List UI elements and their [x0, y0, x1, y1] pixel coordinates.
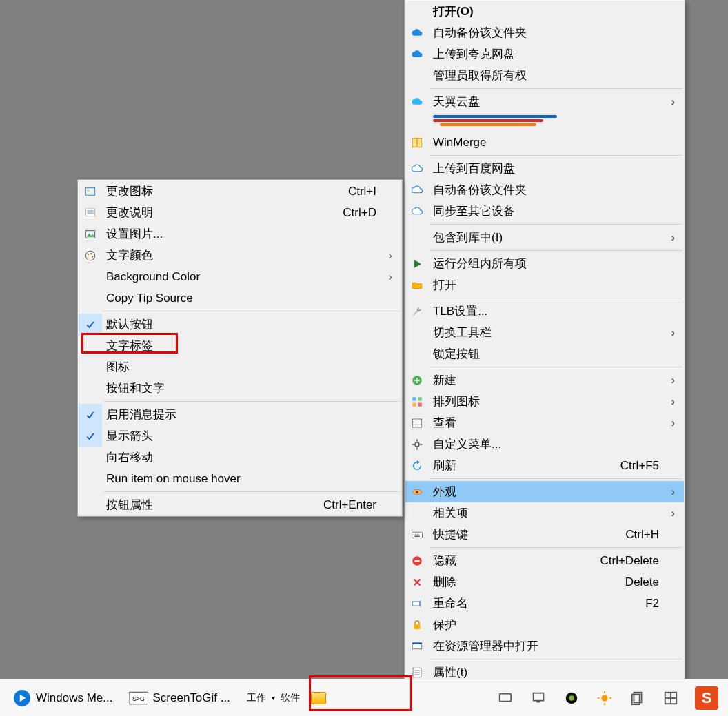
menu-item[interactable]: 删除Delete: [405, 571, 684, 593]
menu-item[interactable]: 天翼云盘›: [405, 91, 684, 112]
system-tray: S: [496, 686, 722, 710]
menu-item-label: 图标: [102, 359, 383, 375]
menu-item[interactable]: 上传到夸克网盘: [405, 43, 684, 65]
svg-rect-55: [534, 693, 544, 700]
menu-item[interactable]: Copy Tip Source: [79, 287, 401, 309]
submenu-arrow-icon: ›: [666, 231, 680, 245]
submenu-arrow-icon: ›: [383, 249, 397, 263]
menu-item[interactable]: WinMerge: [405, 132, 684, 153]
winmerge-icon: [405, 136, 429, 150]
tray-icon-6[interactable]: [662, 689, 680, 707]
check-icon: [79, 314, 102, 335]
menu-decorative-pencils: [405, 112, 684, 132]
menu-item[interactable]: 快捷键Ctrl+H: [405, 524, 684, 545]
menu-item[interactable]: 打开: [405, 274, 684, 296]
menu-separator: [430, 250, 682, 251]
menu-item[interactable]: 文字颜色›: [79, 245, 401, 266]
menu-item-label: Copy Tip Source: [102, 291, 383, 305]
menu-item[interactable]: 向右移动: [79, 447, 401, 468]
menu-item[interactable]: 启用消息提示: [79, 404, 401, 425]
menu-item[interactable]: 相关项›: [405, 502, 684, 524]
menu-separator: [430, 478, 682, 479]
tray-icon-1[interactable]: [496, 689, 514, 707]
edit-icon: [79, 206, 102, 220]
menu-item-label: 设置图片...: [102, 226, 383, 242]
delete-red-icon: [405, 575, 429, 589]
tray-icon-5[interactable]: [629, 689, 647, 707]
svg-rect-34: [412, 642, 422, 644]
menu-item-shortcut: Ctrl+Delete: [600, 554, 666, 568]
menu-item[interactable]: 按钮和文字: [79, 378, 401, 399]
svg-point-58: [569, 695, 574, 700]
menu-item-label: 查看: [429, 415, 666, 431]
menu-item[interactable]: 刷新Ctrl+F5: [405, 455, 684, 476]
tray-icon-2[interactable]: [529, 689, 547, 707]
baidu-cloud-icon: [405, 183, 429, 197]
menu-item[interactable]: 图标: [79, 356, 401, 378]
taskbar-mini-label-2: 软件: [278, 692, 303, 704]
menu-item[interactable]: 新建›: [405, 369, 684, 391]
ime-sogou-icon[interactable]: S: [695, 686, 718, 710]
menu-item-label: 属性(t): [429, 664, 666, 680]
keyboard-icon: [405, 528, 429, 542]
menu-item[interactable]: 包含到库中(I)›: [405, 227, 684, 248]
menu-item[interactable]: TLB设置...: [405, 300, 684, 322]
menu-item[interactable]: 重命名F2: [405, 593, 684, 614]
menu-separator: [103, 311, 400, 311]
menu-item[interactable]: 显示箭头: [79, 425, 401, 447]
tray-icon-4[interactable]: [596, 689, 614, 707]
menu-separator: [430, 547, 682, 548]
menu-item[interactable]: 在资源管理器中打开: [405, 635, 684, 657]
menu-item[interactable]: 自动备份该文件夹: [405, 179, 684, 201]
menu-item[interactable]: Run item on mouse hover: [79, 468, 401, 489]
gear-icon: [405, 438, 429, 451]
menu-item-label: 按钮属性: [102, 497, 323, 513]
menu-item-label: 按钮和文字: [102, 380, 383, 396]
tray-icon-3[interactable]: [563, 689, 580, 707]
submenu-arrow-icon: ›: [666, 374, 680, 387]
menu-item[interactable]: 上传到百度网盘: [405, 158, 684, 179]
taskbar-item-wmp[interactable]: Windows Me...: [6, 684, 119, 712]
menu-item[interactable]: 锁定按钮: [405, 343, 684, 365]
wrench-icon: [405, 305, 429, 318]
menu-item[interactable]: 自定义菜单...: [405, 433, 684, 455]
svg-rect-32: [414, 624, 421, 629]
svg-rect-7: [418, 397, 422, 400]
menu-item[interactable]: 打开(O): [405, 1, 684, 22]
svg-point-46: [85, 251, 95, 260]
palette-icon: [79, 249, 102, 263]
menu-item[interactable]: 默认按钮: [79, 314, 401, 335]
menu-item[interactable]: 外观›: [405, 481, 684, 502]
menu-item[interactable]: 查看›: [405, 412, 684, 433]
menu-item[interactable]: 隐藏Ctrl+Delete: [405, 550, 684, 571]
svg-point-40: [88, 190, 90, 192]
menu-item[interactable]: 更改说明Ctrl+D: [79, 202, 401, 223]
taskbar-mini-label-1: 工作: [244, 692, 269, 704]
menu-item-label: 排列图标: [429, 393, 666, 409]
menu-item[interactable]: 更改图标Ctrl+I: [79, 181, 401, 202]
menu-item[interactable]: 按钮属性Ctrl+Enter: [79, 494, 401, 515]
menu-item[interactable]: 文字标签: [79, 335, 401, 356]
menu-item[interactable]: 保护: [405, 614, 684, 635]
menu-item-label: 保护: [429, 617, 666, 633]
menu-item[interactable]: 切换工具栏›: [405, 322, 684, 343]
menu-item-label: 重命名: [429, 595, 645, 611]
submenu-arrow-icon: ›: [383, 270, 397, 284]
svg-rect-9: [418, 402, 422, 406]
taskbar-item-screentogif[interactable]: S>G ScreenToGif ...: [122, 684, 236, 712]
taskbar-mini-toolbar[interactable]: 工作 ▾ 软件: [240, 684, 330, 712]
menu-item[interactable]: 管理员取得所有权: [405, 65, 684, 86]
menu-item[interactable]: Background Color›: [79, 266, 401, 287]
menu-item[interactable]: 运行分组内所有项: [405, 253, 684, 274]
menu-item[interactable]: 排列图标›: [405, 391, 684, 412]
menu-item[interactable]: 自动备份该文件夹: [405, 22, 684, 43]
grid-icon: [405, 416, 429, 430]
menu-item-label: 管理员取得所有权: [429, 68, 666, 83]
menu-item-shortcut: Ctrl+Enter: [323, 498, 383, 512]
wmp-icon: [12, 688, 32, 708]
context-menu-main: 打开(O)自动备份该文件夹上传到夸克网盘管理员取得所有权天翼云盘›WinMerg…: [404, 0, 685, 684]
menu-item[interactable]: 同步至其它设备: [405, 201, 684, 222]
menu-item-label: 更改说明: [102, 205, 343, 221]
context-submenu-appearance-inner: 更改图标Ctrl+I更改说明Ctrl+D设置图片...文字颜色›Backgrou…: [78, 180, 402, 516]
menu-item[interactable]: 设置图片...: [79, 223, 401, 245]
